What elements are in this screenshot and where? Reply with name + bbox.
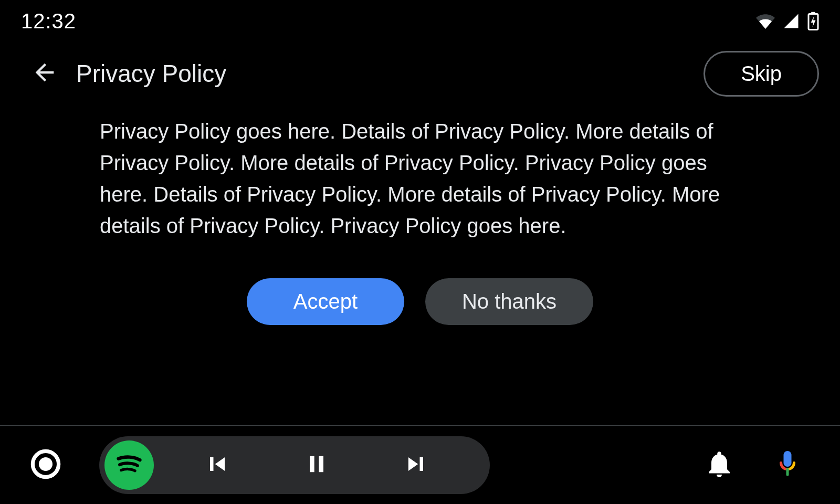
- launcher-icon: [30, 449, 61, 481]
- page-title: Privacy Policy: [76, 59, 704, 88]
- skip-previous-icon: [203, 450, 230, 480]
- status-bar: 12:32: [0, 0, 840, 37]
- arrow-left-icon: [31, 59, 58, 88]
- wifi-icon: [756, 13, 775, 29]
- play-pause-button[interactable]: [269, 439, 364, 491]
- launcher-button[interactable]: [29, 448, 62, 482]
- action-row: Accept No thanks: [0, 278, 840, 325]
- spotify-app-button[interactable]: [104, 440, 154, 490]
- previous-track-button[interactable]: [170, 439, 264, 491]
- skip-next-icon: [403, 450, 430, 480]
- notifications-button[interactable]: [696, 442, 743, 489]
- cellular-icon: [782, 13, 800, 29]
- pause-icon: [303, 450, 330, 480]
- svg-point-3: [39, 457, 52, 470]
- spotify-icon: [111, 446, 148, 485]
- battery-icon: [807, 12, 819, 30]
- back-button[interactable]: [29, 58, 60, 89]
- microphone-icon: [772, 448, 803, 482]
- status-icons: [756, 12, 819, 30]
- bottom-bar: [0, 425, 840, 504]
- next-track-button[interactable]: [369, 439, 464, 491]
- policy-text: Privacy Policy goes here. Details of Pri…: [0, 100, 840, 242]
- accept-button[interactable]: Accept: [247, 278, 404, 325]
- status-time: 12:32: [21, 9, 76, 33]
- no-thanks-button[interactable]: No thanks: [425, 278, 593, 325]
- header-row: Privacy Policy Skip: [0, 37, 840, 100]
- svg-rect-1: [811, 12, 815, 15]
- skip-button[interactable]: Skip: [704, 51, 819, 97]
- bell-icon: [704, 448, 735, 482]
- voice-assistant-button[interactable]: [764, 442, 811, 489]
- media-control-pill: [99, 436, 490, 494]
